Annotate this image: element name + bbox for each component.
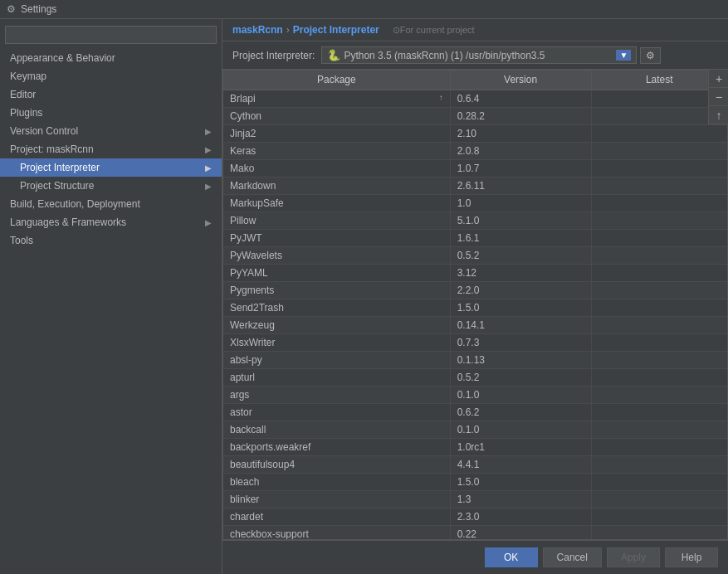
sidebar-item-editor[interactable]: Editor (0, 85, 222, 104)
package-name: absl-py (223, 352, 450, 369)
table-row[interactable]: Jinja22.10 (223, 125, 727, 143)
settings-icon: ⚙ (7, 3, 16, 15)
main-content: Appearance & Behavior Keymap Editor Plug… (0, 19, 728, 574)
table-row[interactable]: bleach1.5.0 (223, 474, 727, 491)
sidebar-item-appearance[interactable]: Appearance & Behavior (0, 49, 222, 67)
package-version: 0.6.4 (450, 90, 591, 108)
table-row[interactable]: Send2Trash1.5.0 (223, 299, 727, 317)
package-name: checkbox-support (223, 526, 450, 541)
package-name: PyWavelets (223, 247, 450, 265)
package-version: 4.4.1 (450, 456, 591, 474)
package-latest (591, 160, 727, 178)
sidebar-search-wrapper[interactable] (5, 26, 217, 44)
add-package-button[interactable]: + (709, 70, 728, 88)
apply-button[interactable]: Apply (607, 547, 660, 567)
package-version: 1.0.7 (450, 160, 591, 178)
package-name: Jinja2 (223, 125, 450, 143)
table-row[interactable]: checkbox-support0.22 (223, 526, 727, 541)
package-latest (591, 421, 727, 439)
table-row[interactable]: backports.weakref1.0rc1 (223, 439, 727, 456)
table-row[interactable]: PyJWT1.6.1 (223, 230, 727, 247)
package-version: 2.6.11 (450, 178, 591, 195)
package-name: Mako (223, 160, 450, 178)
package-name: chardet (223, 508, 450, 526)
col-version: Version (450, 71, 591, 90)
packages-table-wrapper: Package Version Latest Brlapi↑0.6.4Cytho… (222, 70, 728, 540)
package-latest (591, 125, 727, 143)
sidebar-item-keymap[interactable]: Keymap (0, 67, 222, 85)
package-name: apturl (223, 369, 450, 387)
sidebar-item-appearance-label: Appearance & Behavior (10, 52, 115, 64)
table-row[interactable]: astor0.6.2 (223, 404, 727, 421)
sidebar-item-project-structure[interactable]: Project Structure ▶ (0, 177, 222, 195)
table-row[interactable]: absl-py0.1.13 (223, 352, 727, 369)
package-latest (591, 456, 727, 474)
table-row[interactable]: apturl0.5.2 (223, 369, 727, 387)
sidebar-item-keymap-label: Keymap (10, 71, 46, 82)
sidebar-search-input[interactable] (5, 26, 217, 44)
title-bar: ⚙ Settings (0, 0, 728, 19)
table-row[interactable]: Markdown2.6.11 (223, 178, 727, 195)
languages-expand-icon: ▶ (205, 218, 212, 227)
breadcrumb-current: Project Interpreter (293, 24, 379, 36)
sidebar-item-languages-frameworks[interactable]: Languages & Frameworks ▶ (0, 213, 222, 231)
package-latest (591, 317, 727, 334)
table-row[interactable]: blinker1.3 (223, 491, 727, 508)
table-row[interactable]: Werkzeug0.14.1 (223, 317, 727, 334)
table-row[interactable]: MarkupSafe1.0 (223, 195, 727, 212)
sidebar-item-version-control[interactable]: Version Control ▶ (0, 122, 222, 140)
package-version: 2.2.0 (450, 282, 591, 299)
interpreter-selector[interactable]: 🐍 Python 3.5 (maskRcnn) (1) /usr/bin/pyt… (321, 46, 637, 64)
table-row[interactable]: args0.1.0 (223, 387, 727, 404)
package-latest (591, 369, 727, 387)
package-latest (591, 387, 727, 404)
package-version: 1.0rc1 (450, 439, 591, 456)
table-row[interactable]: XlsxWriter0.7.3 (223, 334, 727, 352)
table-row[interactable]: Pygments2.2.0 (223, 282, 727, 299)
help-button[interactable]: Help (665, 547, 718, 567)
package-version: 5.1.0 (450, 212, 591, 230)
sidebar-item-project-maskrcnn[interactable]: Project: maskRcnn ▶ (0, 140, 222, 158)
sidebar-item-build-execution[interactable]: Build, Execution, Deployment (0, 195, 222, 213)
table-row[interactable]: Pillow5.1.0 (223, 212, 727, 230)
table-row[interactable]: PyWavelets0.5.2 (223, 247, 727, 265)
table-row[interactable]: Keras2.0.8 (223, 143, 727, 160)
package-version: 0.1.13 (450, 352, 591, 369)
project-expand-icon: ▶ (205, 145, 212, 154)
table-row[interactable]: backcall0.1.0 (223, 421, 727, 439)
package-name: Keras (223, 143, 450, 160)
package-version: 2.0.8 (450, 143, 591, 160)
remove-package-button[interactable]: − (709, 88, 728, 106)
package-name: backcall (223, 421, 450, 439)
package-name: MarkupSafe (223, 195, 450, 212)
version-control-expand-icon: ▶ (205, 127, 212, 136)
ok-button[interactable]: OK (485, 547, 538, 567)
package-name: Cython (223, 108, 450, 125)
sidebar-item-project-maskrcnn-label: Project: maskRcnn (10, 144, 94, 155)
package-name: args (223, 387, 450, 404)
interpreter-dropdown-button[interactable]: ▼ (616, 50, 631, 61)
package-latest (591, 299, 727, 317)
table-row[interactable]: Mako1.0.7 (223, 160, 727, 178)
cancel-button[interactable]: Cancel (543, 547, 602, 567)
table-row[interactable]: Brlapi↑0.6.4 (223, 90, 727, 108)
sidebar-item-tools[interactable]: Tools (0, 231, 222, 250)
upgrade-package-button[interactable]: ↑ (709, 106, 728, 124)
package-latest (591, 491, 727, 508)
package-version: 3.12 (450, 265, 591, 282)
table-row[interactable]: beautifulsoup44.4.1 (223, 456, 727, 474)
package-version: 0.14.1 (450, 317, 591, 334)
interpreter-gear-button[interactable]: ⚙ (640, 47, 661, 64)
package-latest (591, 334, 727, 352)
sidebar-item-project-interpreter[interactable]: Project Interpreter ▶ (0, 158, 222, 177)
sidebar-item-project-structure-label: Project Structure (20, 180, 94, 192)
sidebar-item-plugins[interactable]: Plugins (0, 104, 222, 122)
table-row[interactable]: chardet2.3.0 (223, 508, 727, 526)
table-row[interactable]: PyYAML3.12 (223, 265, 727, 282)
table-row[interactable]: Cython0.28.2 (223, 108, 727, 125)
package-version: 0.1.0 (450, 387, 591, 404)
window-title: Settings (21, 3, 56, 15)
package-name: Brlapi↑ (223, 90, 450, 108)
package-name: blinker (223, 491, 450, 508)
package-version: 1.3 (450, 491, 591, 508)
